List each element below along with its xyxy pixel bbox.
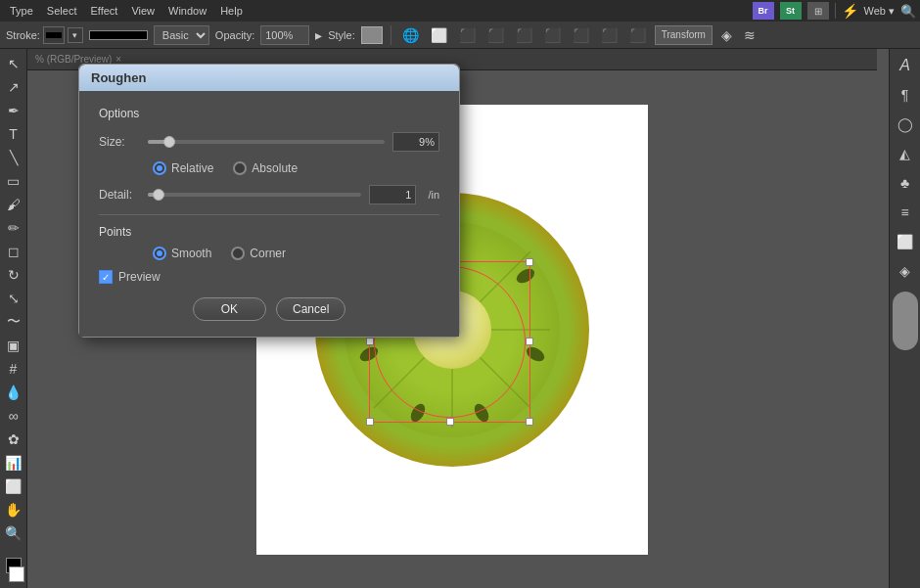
distribute-icon[interactable]: ⬛	[626, 25, 649, 45]
style-swatch[interactable]	[361, 26, 383, 44]
opacity-label: Opacity:	[215, 29, 254, 41]
size-radio-group: Relative Absolute	[153, 161, 439, 175]
preview-label: Preview	[118, 270, 161, 284]
align-center-icon[interactable]: ⬛	[484, 25, 507, 45]
menu-select[interactable]: Select	[41, 3, 83, 19]
select-tool[interactable]: ↖	[3, 53, 24, 74]
size-label: Size:	[99, 135, 148, 149]
search-icon[interactable]: 🔍	[900, 4, 916, 19]
svg-point-8	[408, 401, 428, 424]
direct-select-tool[interactable]: ↗	[3, 76, 24, 98]
align-left-icon[interactable]: ⬛	[456, 25, 479, 45]
right-tool-circle[interactable]: ◯	[893, 112, 918, 137]
pen-tool[interactable]: ✒	[3, 100, 24, 121]
opacity-arrow[interactable]: ▸	[315, 27, 322, 43]
relative-radio[interactable]: Relative	[153, 161, 213, 175]
stock-icon[interactable]: St	[780, 2, 802, 20]
scale-tool[interactable]: ⤡	[3, 288, 24, 309]
arrange-icon[interactable]: ⊞	[807, 2, 829, 20]
size-slider-thumb[interactable]	[163, 136, 175, 148]
right-scrollbar-thumb[interactable]	[893, 292, 918, 350]
menu-window[interactable]: Window	[162, 3, 212, 19]
zoom-tool[interactable]: 🔍	[3, 522, 24, 544]
right-toolbar: A ¶ ◯ ◭ ♣ ≡ ⬜ ◈	[889, 49, 920, 588]
style-label: Style:	[328, 29, 355, 41]
detail-unit: /in	[428, 189, 439, 201]
svg-point-6	[524, 343, 546, 363]
stroke-swatch[interactable]	[43, 26, 65, 44]
right-tool-layers[interactable]: ◭	[893, 141, 918, 166]
checkmark-icon: ✓	[102, 272, 110, 283]
detail-slider-track[interactable]	[148, 193, 361, 197]
transform-button[interactable]: Transform	[655, 25, 713, 45]
size-slider-track[interactable]	[148, 140, 385, 144]
pencil-tool[interactable]: ✏	[3, 217, 24, 239]
hand-tool[interactable]: ✋	[3, 499, 24, 520]
right-tool-a[interactable]: A	[893, 53, 918, 78]
menu-view[interactable]: View	[125, 3, 161, 19]
detail-slider-thumb[interactable]	[153, 189, 164, 201]
lightning-icon: ⚡	[842, 3, 858, 19]
right-tool-pathfinder[interactable]: ◈	[893, 258, 918, 284]
relative-radio-circle	[153, 161, 166, 175]
corner-radio[interactable]: Corner	[231, 247, 286, 260]
dialog-buttons: OK Cancel	[99, 297, 439, 321]
smooth-radio[interactable]: Smooth	[153, 247, 211, 260]
stroke-swatch-tool[interactable]	[9, 566, 24, 582]
menu-effect[interactable]: Effect	[84, 3, 123, 19]
detail-slider-container: /in	[148, 185, 439, 204]
text-tool[interactable]: T	[3, 123, 24, 145]
crop-icon[interactable]: ⬜	[428, 25, 450, 45]
right-tool-artboards[interactable]: ♣	[893, 170, 918, 196]
align-right-icon[interactable]: ⬛	[513, 25, 535, 45]
right-tool-transform[interactable]: ⬜	[893, 229, 918, 254]
align-top-icon[interactable]: ⬛	[541, 25, 564, 45]
style-dropdown[interactable]: Basic	[154, 25, 209, 45]
points-radio-group: Smooth Corner	[153, 247, 439, 260]
artboard-tool[interactable]: ⬜	[3, 475, 24, 497]
mesh-tool[interactable]: #	[3, 358, 24, 380]
absolute-radio-circle	[233, 161, 247, 175]
absolute-radio[interactable]: Absolute	[233, 161, 298, 175]
dialog-divider	[99, 214, 439, 215]
eyedropper-tool[interactable]: 💧	[3, 382, 24, 403]
right-tool-align[interactable]: ≡	[893, 200, 918, 225]
eraser-tool[interactable]: ◻	[3, 241, 24, 262]
line-tool[interactable]: ╲	[3, 147, 24, 168]
menu-help[interactable]: Help	[214, 3, 249, 19]
stroke-dropdown-arrow[interactable]: ▾	[68, 27, 83, 43]
right-tool-paragraph[interactable]: ¶	[893, 82, 918, 108]
bridge-icon[interactable]: Br	[753, 2, 774, 20]
align-middle-icon[interactable]: ⬛	[570, 25, 592, 45]
column-graph-tool[interactable]: 📊	[3, 452, 24, 474]
rotate-tool[interactable]: ↻	[3, 264, 24, 286]
ok-button[interactable]: OK	[193, 297, 266, 321]
absolute-label: Absolute	[252, 161, 298, 175]
opacity-input[interactable]	[260, 25, 309, 45]
web-dropdown[interactable]: Web ▾	[864, 5, 895, 18]
gradient-tool[interactable]: ▣	[3, 335, 24, 356]
dialog-title: Roughen	[91, 70, 146, 85]
warp-tool[interactable]: 〜	[3, 311, 24, 333]
cancel-button[interactable]: Cancel	[276, 297, 345, 321]
detail-label: Detail:	[99, 188, 148, 202]
globe-icon[interactable]: 🌐	[399, 25, 422, 45]
smooth-label: Smooth	[171, 247, 211, 260]
preview-row: ✓ Preview	[99, 270, 439, 284]
paintbrush-tool[interactable]: 🖌	[3, 194, 24, 215]
extra-icon[interactable]: ≋	[741, 25, 759, 45]
align-bottom-icon[interactable]: ⬛	[598, 25, 621, 45]
detail-value-input[interactable]	[369, 185, 416, 204]
blend-tool[interactable]: ∞	[3, 405, 24, 427]
left-toolbar: ↖ ↗ ✒ T ╲ ▭ 🖌 ✏ ◻ ↻ ⤡ 〜 ▣ # 💧 ∞ ✿ 📊 ⬜ ✋ …	[0, 49, 27, 588]
isolate-icon[interactable]: ◈	[718, 25, 735, 45]
menu-type[interactable]: Type	[4, 3, 39, 19]
rect-tool[interactable]: ▭	[3, 170, 24, 192]
preview-checkbox[interactable]: ✓	[99, 270, 113, 284]
symbol-tool[interactable]: ✿	[3, 429, 24, 450]
corner-label: Corner	[250, 247, 286, 260]
size-value-input[interactable]	[392, 132, 439, 152]
svg-point-7	[472, 401, 491, 424]
points-label: Points	[99, 225, 439, 239]
dialog-title-bar: Roughen	[79, 65, 459, 91]
